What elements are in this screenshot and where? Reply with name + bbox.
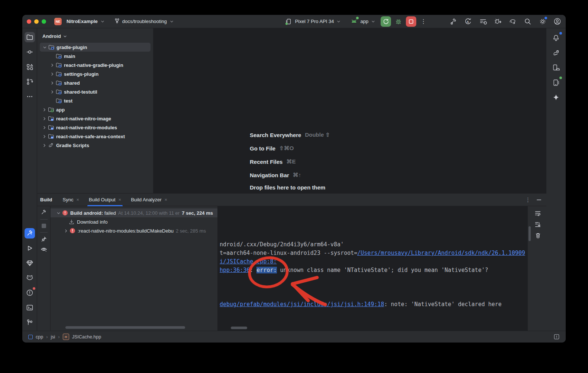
breadcrumb-file[interactable]: JSICache.hpp bbox=[72, 334, 101, 340]
more-tools-button[interactable] bbox=[25, 91, 35, 102]
debug-button[interactable] bbox=[393, 16, 404, 27]
run-tool-button[interactable] bbox=[25, 243, 35, 253]
project-view-selector[interactable]: Android bbox=[37, 28, 153, 43]
console-file-link[interactable]: /Users/mrousavy/Library/Android/sdk/ndk/… bbox=[357, 250, 525, 256]
tab-sync[interactable]: Sync × bbox=[63, 194, 80, 206]
pull-requests-tool-button[interactable] bbox=[25, 77, 35, 87]
tree-item-react-native-nitro-modules[interactable]: react-native-nitro-modules bbox=[37, 123, 153, 132]
pin-icon[interactable] bbox=[41, 236, 47, 242]
build-hammer-icon[interactable] bbox=[449, 17, 457, 25]
soft-wrap-icon[interactable] bbox=[534, 210, 541, 217]
filter-eye-icon[interactable] bbox=[41, 246, 47, 253]
tree-item-settings-plugin[interactable]: settings-plugin bbox=[37, 69, 153, 78]
clear-console-trash-icon[interactable] bbox=[535, 232, 541, 239]
apply-code-changes-icon[interactable] bbox=[494, 17, 502, 25]
empty-editor-shortcuts: Search Everywhere Double ⇧ Go to File ⇧⌘… bbox=[250, 131, 330, 191]
download-info-row[interactable]: Download info bbox=[51, 217, 217, 226]
chevron-down-icon bbox=[170, 20, 174, 23]
chevron-right-icon[interactable] bbox=[62, 227, 69, 234]
run-config-selector[interactable]: app bbox=[350, 17, 375, 25]
chevron-down-icon[interactable] bbox=[41, 44, 48, 51]
tree-item-test[interactable]: test bbox=[37, 96, 153, 105]
chevron-right-icon[interactable] bbox=[41, 124, 48, 131]
rerun-button[interactable] bbox=[381, 16, 391, 27]
tree-item-react-native-gradle-plugin[interactable]: react-native-gradle-plugin bbox=[37, 61, 153, 69]
console-line bbox=[220, 275, 528, 283]
tree-item-main[interactable]: main bbox=[37, 52, 153, 61]
stop-button[interactable] bbox=[406, 16, 416, 27]
chevron-right-icon[interactable] bbox=[41, 142, 48, 149]
chevron-right-icon[interactable] bbox=[49, 62, 55, 68]
close-window-button[interactable] bbox=[27, 19, 31, 24]
build-result-meta: At 14.10.24, 12:00 with 11 er bbox=[118, 210, 180, 216]
more-actions-menu[interactable]: ⋮ bbox=[420, 18, 427, 25]
module-folder-icon bbox=[55, 89, 62, 95]
structure-tool-button[interactable] bbox=[25, 62, 35, 72]
chevron-down-icon bbox=[371, 20, 375, 23]
minimize-window-button[interactable] bbox=[34, 19, 39, 24]
close-tab-icon[interactable]: × bbox=[76, 197, 79, 202]
notifications-tool-button[interactable] bbox=[551, 33, 561, 43]
chevron-right-icon[interactable] bbox=[49, 71, 55, 77]
chevron-right-icon[interactable] bbox=[49, 80, 55, 86]
console-file-link[interactable]: hpp:36:36 bbox=[220, 267, 250, 273]
close-tab-icon[interactable]: × bbox=[165, 197, 168, 202]
gemini-sparkle-icon bbox=[552, 94, 560, 101]
app-quality-insights-tool-button[interactable] bbox=[25, 258, 35, 268]
tree-item-gradle-scripts[interactable]: Gradle Scripts bbox=[37, 141, 153, 150]
build-output-console[interactable]: ndroid/.cxx/Debug/2nd4i3y6/arm64-v8a't=a… bbox=[217, 206, 528, 331]
git-branch-icon bbox=[26, 319, 33, 326]
horizontal-scrollbar[interactable] bbox=[65, 326, 185, 329]
gemini-tool-button[interactable] bbox=[551, 92, 561, 103]
tree-item-shared-testutil[interactable]: shared-testutil bbox=[37, 87, 153, 96]
tree-item-react-native-nitro-image[interactable]: react-native-nitro-image bbox=[37, 114, 153, 123]
close-tab-icon[interactable]: × bbox=[119, 197, 122, 202]
tree-item-shared[interactable]: shared bbox=[37, 78, 153, 87]
tree-item-react-native-safe-area-context[interactable]: react-native-safe-area-context bbox=[37, 132, 153, 141]
restart-build-icon[interactable] bbox=[41, 209, 47, 215]
console-file-link[interactable]: i/JSICache.cpp:8: bbox=[220, 258, 277, 265]
device-manager-tool-button[interactable] bbox=[551, 62, 561, 73]
failed-task-row[interactable]: :react-native-nitro-modules:buildCMakeDe… bbox=[51, 226, 217, 235]
breadcrumb-cpp[interactable]: cpp bbox=[36, 334, 43, 340]
chevron-right-icon[interactable] bbox=[41, 133, 48, 140]
zoom-window-button[interactable] bbox=[42, 19, 46, 24]
scroll-to-end-icon[interactable] bbox=[534, 221, 541, 228]
console-horizontal-scrollbar[interactable] bbox=[231, 327, 247, 329]
logcat-tool-button[interactable] bbox=[25, 273, 35, 283]
tab-build-output[interactable]: Build Output × bbox=[89, 194, 121, 206]
chevron-down-icon[interactable] bbox=[55, 210, 62, 216]
profiler-icon[interactable] bbox=[509, 17, 517, 25]
console-file-link[interactable]: debug/prefab/modules/jsi/include/jsi/jsi… bbox=[220, 301, 384, 308]
event-log-icon[interactable] bbox=[553, 334, 560, 340]
sync-list-icon[interactable] bbox=[479, 17, 487, 25]
module-folder-icon bbox=[55, 98, 62, 104]
build-tool-button[interactable] bbox=[25, 228, 35, 239]
gradle-tool-button[interactable] bbox=[551, 48, 561, 58]
tab-build-analyzer[interactable]: Build Analyzer × bbox=[131, 194, 167, 206]
console-vertical-scrollbar[interactable] bbox=[529, 226, 531, 241]
chevron-right-icon[interactable] bbox=[49, 88, 55, 95]
tree-item-gradle-plugin[interactable]: gradle-plugin bbox=[40, 43, 151, 52]
download-icon bbox=[68, 219, 75, 225]
tree-item-app[interactable]: app bbox=[37, 105, 153, 114]
problems-tool-button[interactable] bbox=[25, 288, 35, 298]
version-control-tool-button[interactable] bbox=[25, 317, 35, 328]
account-avatar-icon[interactable] bbox=[553, 17, 561, 25]
hide-tool-window-button[interactable] bbox=[537, 200, 541, 200]
breadcrumb-jsi[interactable]: jsi bbox=[51, 334, 55, 340]
terminal-tool-button[interactable] bbox=[25, 302, 35, 313]
branch-selector[interactable]: docs/troubleshooting bbox=[114, 18, 174, 25]
search-icon[interactable] bbox=[524, 17, 532, 25]
device-selector[interactable]: Pixel 7 Pro API 34 bbox=[285, 17, 341, 25]
chevron-right-icon[interactable] bbox=[41, 106, 48, 113]
project-tool-button[interactable] bbox=[25, 32, 35, 42]
commit-tool-button[interactable] bbox=[25, 47, 35, 57]
project-selector[interactable]: NE NitroExample bbox=[54, 18, 104, 25]
settings-gear-icon[interactable] bbox=[539, 17, 546, 25]
running-devices-tool-button[interactable] bbox=[551, 77, 561, 88]
chevron-right-icon[interactable] bbox=[41, 115, 48, 122]
build-result-row[interactable]: Build android: failed At 14.10.24, 12:00… bbox=[51, 208, 217, 217]
apply-changes-icon[interactable]: A bbox=[464, 17, 472, 25]
build-options-menu[interactable]: ⋮ bbox=[525, 197, 531, 203]
